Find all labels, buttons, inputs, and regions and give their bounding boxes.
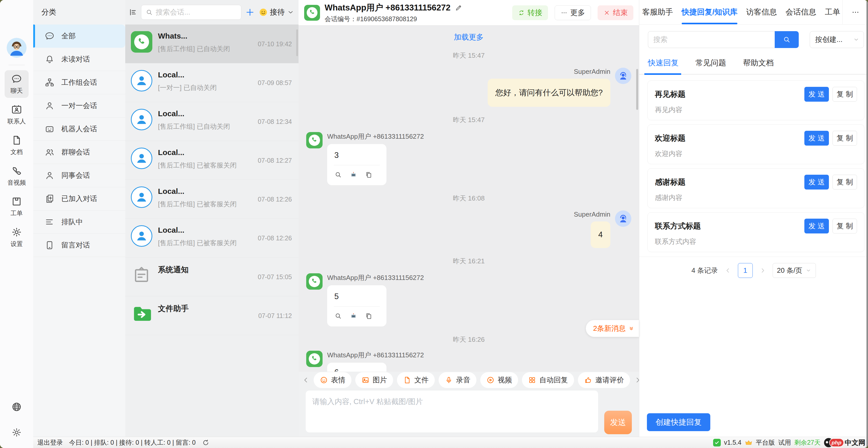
conversation-time: 07-08 12:26 [258,195,292,203]
search-message-button[interactable] [334,312,342,320]
tab-quick-reply-kb[interactable]: 快捷回复/知识库 [682,0,737,24]
conversation-item[interactable]: Local...[售后工作组] 已被客服关闭 07-08 12:26 [125,180,299,219]
sidebar-item-robot[interactable]: 机器人会话 [33,118,125,141]
tab-visitor-info[interactable]: 访客信息 [746,0,777,24]
rail-item-workorder[interactable]: 工单 [5,193,29,220]
rail-item-label: 联系人 [7,117,26,125]
rail-item-docs[interactable]: 文档 [5,132,29,159]
sidebar-item-unread[interactable]: 未读对话 [33,48,125,71]
collapse-sidebar-button[interactable] [128,8,137,17]
subtab-help-docs[interactable]: 帮助文档 [743,58,774,74]
image-button[interactable]: 图片 [355,372,393,388]
conversation-item-file-assistant[interactable]: 文件助手 07-07 11:12 [125,296,299,335]
send-reply-button[interactable]: 发 送 [804,219,829,233]
end-session-button[interactable]: 结束 [597,5,633,20]
ellipsis-icon [560,9,568,17]
message-timestamp: 昨天 16:21 [306,257,631,266]
search-message-button[interactable] [334,171,342,179]
sidebar-item-joined[interactable]: 已加入对话 [33,187,125,211]
current-page[interactable]: 1 [738,263,753,278]
refresh-icon [202,439,210,446]
page-size-dropdown[interactable]: 20 条/页 [773,263,816,278]
bell-icon [44,54,55,64]
reception-status-dropdown[interactable]: 接待 [259,7,294,18]
rail-item-av[interactable]: 音视频 [5,162,29,190]
copy-reply-button[interactable]: 复 制 [833,87,857,102]
rail-item-settings[interactable]: 设置 [5,223,29,251]
send-reply-button[interactable]: 发 送 [804,87,829,102]
sidebar-item-queue[interactable]: 排队中 [33,211,125,234]
logout-button[interactable]: 退出登录 [37,438,63,447]
send-reply-button[interactable]: 发 送 [804,131,829,146]
sidebar-item-one2one[interactable]: 一对一会话 [33,94,125,118]
sort-dropdown[interactable]: 按创建... [810,31,864,48]
panel-more-tabs-button[interactable] [842,0,868,24]
copy-reply-button[interactable]: 复 制 [833,219,857,233]
copy-reply-button[interactable]: 复 制 [833,175,857,190]
window-scrollbar[interactable] [866,0,868,448]
kb-search-input[interactable] [648,31,775,48]
edit-title-button[interactable] [455,4,462,12]
copy-message-button[interactable] [365,312,373,320]
conversation-item-system-notice[interactable]: 系统通知 07-07 15:05 [125,257,299,296]
copy-reply-button[interactable]: 复 制 [833,131,857,146]
invite-rating-button[interactable]: 邀请评价 [578,372,630,388]
chat-scrollbar[interactable] [636,69,638,110]
search-conversation-input[interactable] [156,8,237,17]
emoji-button[interactable]: 表情 [314,372,351,388]
add-conversation-button[interactable] [245,7,255,18]
tab-work-order[interactable]: 工单 [825,0,840,24]
sidebar-item-colleague[interactable]: 同事会话 [33,164,125,187]
language-globe-button[interactable] [11,402,22,412]
rail-item-contacts[interactable]: 联系人 [5,101,29,128]
record-audio-button[interactable]: 录音 [439,372,476,388]
rail-item-chat[interactable]: 聊天 [5,70,29,98]
refresh-stats-button[interactable] [202,439,210,446]
chat-title: WhatsApp用户 +8613311156272 [324,2,451,13]
toolbar-scroll-right[interactable] [634,376,639,384]
send-button[interactable]: 发送 [604,411,632,434]
quick-reply-item: 欢迎标题 发 送 复 制 欢迎内容 [647,124,864,164]
conversation-item[interactable]: Local...[售后工作组] 已被客服关闭 07-08 12:26 [125,219,299,257]
conversation-item[interactable]: Local...[售后工作组] 已被客服关闭 07-08 12:27 [125,141,299,180]
subtab-faq[interactable]: 常见问题 [695,58,726,74]
create-quick-reply-button[interactable]: 创建快捷回复 [647,413,710,431]
conversation-item[interactable]: Local...[一对一] 已自动关闭 07-09 08:57 [125,63,299,102]
file-button[interactable]: 文件 [397,372,435,388]
video-button[interactable]: 视频 [480,372,518,388]
sidebar-item-workgroup[interactable]: 工作组会话 [33,71,125,94]
conversation-item[interactable]: Local...[售后工作组] 已自动关闭 07-08 12:34 [125,102,299,141]
send-reply-button[interactable]: 发 送 [804,175,829,190]
folder-arrow-icon [131,303,152,324]
robot-reply-button[interactable] [350,171,357,179]
copy-message-button[interactable] [365,171,373,179]
auto-reply-button[interactable]: 自动回复 [522,372,574,388]
sidebar-item-group[interactable]: 群聊会话 [33,141,125,164]
tab-session-info[interactable]: 会话信息 [785,0,816,24]
whatsapp-avatar-icon [306,273,322,290]
sidebar-item-message[interactable]: 留言对话 [33,234,125,257]
subtab-quick-reply[interactable]: 快速回复 [648,58,679,74]
sidebar-item-all[interactable]: 全部 [33,25,125,48]
session-id: 会话编号：#1690653687808129 [324,15,462,23]
new-messages-button[interactable]: 2条新消息 [586,320,639,337]
robot-reply-button[interactable] [350,312,357,320]
conversation-scrollbar[interactable] [296,29,298,56]
reply-title: 欢迎标题 [655,133,685,143]
more-button[interactable]: 更多 [555,5,591,20]
next-page-button[interactable] [760,267,766,274]
session-stats: 今日: 0 | 排队: 0 | 接待: 0 | 转人工: 0 | 留言: 0 [69,438,196,447]
settings-gear-button[interactable] [11,427,22,438]
search-icon [334,312,342,320]
tab-assistant[interactable]: 客服助手 [642,0,673,24]
kb-search-button[interactable] [775,31,799,48]
load-more-button[interactable]: 加载更多 [454,32,484,42]
avatar[interactable] [7,38,27,58]
prev-page-button[interactable] [724,267,731,274]
message-input[interactable] [306,390,598,433]
toolbar-scroll-left[interactable] [302,376,310,384]
conversation-list: Whats...[售后工作组] 已自动关闭 07-10 19:42 Local.… [125,25,299,437]
robot-icon [350,312,357,320]
conversation-item[interactable]: Whats...[售后工作组] 已自动关闭 07-10 19:42 [125,25,299,63]
transfer-button[interactable]: 转接 [512,5,548,20]
